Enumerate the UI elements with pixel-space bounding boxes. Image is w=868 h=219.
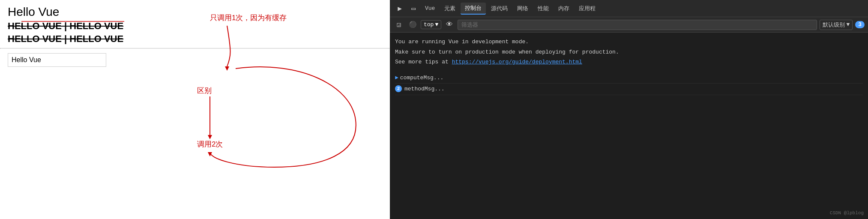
svg-marker-0 [225,66,229,71]
section-divider [0,48,390,49]
console-line-3: See more tips at https://vuejs.org/guide… [395,57,863,67]
devtools-nav-bar: ▶ ▭ Vue 元素 控制台 源代码 网络 性能 内存 应用程 [390,0,868,17]
console-line-1: You are running Vue in development mode. [395,37,863,47]
eye-icon[interactable]: 👁 [444,19,455,30]
computed-output-2: HELLO VUE | HELLO VUE [8,33,123,45]
annotation-diff: 区别 [197,86,212,96]
deployment-link[interactable]: https://vuejs.org/guide/deployment.html [452,59,582,65]
method-msg-line: 2 methodMsg... [395,84,863,95]
tab-console[interactable]: 控制台 [461,3,486,15]
message-count-badge: 3 [855,21,865,28]
tab-application[interactable]: 应用程 [575,3,600,14]
annotation-svg [0,0,390,219]
method-count-badge: 2 [395,85,402,92]
compute-msg-line: ► computeMsg... [395,72,863,84]
tab-sources[interactable]: 源代码 [487,3,512,14]
method-msg-text: methodMsg... [404,85,445,93]
compute-msg-text: computeMsg... [400,74,443,82]
level-label: 默认级别 [823,21,845,29]
svg-marker-2 [208,135,212,139]
chevron-down-icon: ▼ [435,21,438,28]
tab-vue[interactable]: Vue [421,3,439,13]
filter-input[interactable] [458,20,817,30]
tab-network[interactable]: 网络 [513,3,533,14]
tab-elements[interactable]: 元素 [440,3,460,14]
inspect-icon[interactable]: ▶ [393,2,406,15]
context-label: top [424,21,434,28]
block-icon[interactable]: ⚫ [407,19,418,30]
chevron-down-icon2: ▼ [846,21,850,28]
devtools-panel: ▶ ▭ Vue 元素 控制台 源代码 网络 性能 内存 应用程 ◲ ⚫ top … [390,0,868,219]
annotation-twice: 调用2次 [197,139,223,149]
page-title: Hello Vue [8,5,59,19]
level-dropdown[interactable]: 默认级别 ▼ [820,20,853,30]
svg-marker-1 [208,152,212,156]
tab-memory[interactable]: 内存 [554,3,574,14]
device-icon[interactable]: ▭ [407,2,420,15]
annotation-cache: 只调用1次，因为有缓存 [210,13,287,23]
console-line-2: Make sure to turn on production mode whe… [395,47,863,57]
watermark: CSDN @lpblog [830,210,864,217]
arrow-right-icon: ► [395,74,398,82]
left-panel: Hello Vue HELLO VUE | HELLO VUE HELLO VU… [0,0,390,219]
computed-output-1: HELLO VUE | HELLO VUE [8,21,123,32]
hello-input[interactable] [8,53,106,67]
devtools-toolbar: ◲ ⚫ top ▼ 👁 默认级别 ▼ 3 [390,17,868,33]
context-dropdown[interactable]: top ▼ [421,20,441,29]
tab-performance[interactable]: 性能 [533,3,553,14]
console-output-area: You are running Vue in development mode.… [390,33,868,219]
clear-icon[interactable]: ◲ [393,19,404,30]
